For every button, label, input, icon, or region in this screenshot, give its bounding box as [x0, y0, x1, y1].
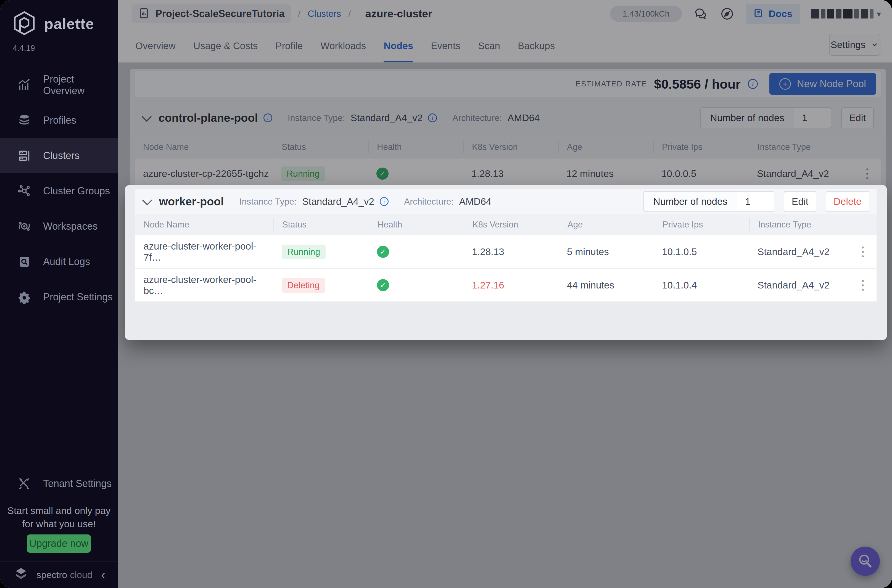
cell-instance-type: Standard_A4_v2 — [749, 246, 877, 257]
cell-private-ip: 10.1.0.5 — [654, 246, 749, 257]
pool-name: worker-pool — [159, 195, 224, 208]
sidebar-item-audit-logs[interactable]: Audit Logs — [0, 244, 118, 279]
health-check-icon: ✓ — [377, 246, 389, 258]
info-icon[interactable]: i — [380, 197, 389, 206]
col-node-name: Node Name — [135, 218, 273, 231]
sidebar-item-label: Project Settings — [43, 291, 113, 303]
upgrade-now-button[interactable]: Upgrade now — [27, 534, 91, 553]
chevron-down-icon[interactable] — [142, 195, 152, 206]
status-badge: Running — [282, 244, 326, 259]
cell-node-name: azure-cluster-worker-pool-bc… — [135, 274, 273, 296]
spectro-cloud-wordmark: spectrocloud — [36, 570, 93, 580]
collapse-sidebar-icon[interactable]: ‹ — [101, 568, 105, 581]
sidebar-item-project-settings[interactable]: Project Settings — [0, 279, 118, 315]
row-menu-icon[interactable] — [862, 280, 864, 291]
number-of-nodes-label: Number of nodes — [644, 192, 737, 212]
instance-type-label: Instance Type: — [239, 196, 297, 207]
cell-k8s-version: 1.27.16 — [464, 280, 559, 291]
table-row: azure-cluster-worker-pool-bc… Deleting ✓… — [135, 268, 877, 302]
number-of-nodes-input[interactable]: 1 — [737, 192, 774, 212]
worker-pool-table: Node Name Status Health K8s Version Age … — [135, 214, 877, 302]
orbit-icon — [17, 219, 32, 234]
sidebar-item-project-overview[interactable]: Project Overview — [0, 68, 118, 103]
sidebar-item-label: Workspaces — [43, 220, 98, 232]
gear-icon — [17, 290, 32, 304]
table-header-row: Node Name Status Health K8s Version Age … — [135, 214, 877, 235]
sidebar-item-label: Profiles — [43, 115, 76, 126]
app-version: 4.4.19 — [13, 44, 35, 53]
tools-icon — [17, 477, 32, 491]
col-instance-type: Instance Type — [749, 218, 877, 231]
app-window: palette 4.4.19 Project Overview Profiles — [0, 0, 892, 588]
sidebar-footer: spectrocloud ‹ — [0, 561, 118, 588]
sidebar-item-label: Clusters — [43, 150, 80, 162]
worker-pool-header: worker-pool Instance Type: Standard_A4_v… — [135, 189, 877, 214]
sidebar-item-clusters[interactable]: Clusters — [0, 138, 118, 173]
number-of-nodes-control: Number of nodes 1 — [643, 191, 774, 212]
layers-icon — [17, 113, 32, 128]
col-status: Status — [273, 218, 369, 231]
instance-type-value: Standard_A4_v2 — [302, 196, 374, 207]
cell-age: 5 minutes — [559, 246, 654, 257]
server-icon — [17, 148, 32, 163]
col-k8s-version: K8s Version — [464, 218, 559, 231]
col-health: Health — [369, 218, 464, 231]
tenant-settings-wrap: Tenant Settings — [0, 466, 118, 501]
sidebar: palette 4.4.19 Project Overview Profiles — [0, 0, 118, 588]
sidebar-item-cluster-groups[interactable]: Cluster Groups — [0, 173, 118, 209]
worker-pool-card: worker-pool Instance Type: Standard_A4_v… — [125, 185, 887, 340]
sidebar-menu: Project Overview Profiles Clusters Clust… — [0, 68, 118, 315]
sidebar-item-label: Audit Logs — [43, 256, 90, 267]
sidebar-item-workspaces[interactable]: Workspaces — [0, 209, 118, 244]
architecture-label: Architecture: — [404, 196, 454, 207]
palette-logo-icon — [12, 10, 37, 37]
row-menu-icon[interactable] — [862, 246, 864, 257]
palette-logo: palette — [12, 10, 94, 37]
audit-icon — [17, 255, 32, 269]
architecture-value: AMD64 — [459, 196, 491, 207]
sidebar-item-profiles[interactable]: Profiles — [0, 103, 118, 138]
table-row: azure-cluster-worker-pool-7f… Running ✓ … — [135, 235, 877, 268]
cell-k8s-version: 1.28.13 — [464, 246, 559, 257]
spectro-cloud-logo-icon — [13, 566, 29, 584]
delete-pool-button[interactable]: Delete — [826, 191, 869, 212]
main-area: Project-ScaleSecureTutoria / Clusters / … — [118, 0, 892, 588]
sidebar-item-label: Tenant Settings — [43, 478, 111, 489]
col-private-ips: Private Ips — [654, 218, 749, 231]
upgrade-promo-text: Start small and only pay for what you us… — [0, 504, 118, 531]
logo-wordmark: palette — [44, 15, 94, 32]
sidebar-item-label: Project Overview — [43, 74, 118, 97]
chart-icon — [17, 78, 32, 92]
sidebar-item-label: Cluster Groups — [43, 185, 110, 197]
col-age: Age — [559, 218, 654, 231]
health-check-icon: ✓ — [377, 279, 389, 291]
network-icon — [17, 184, 32, 198]
cell-node-name: azure-cluster-worker-pool-7f… — [135, 241, 273, 263]
cell-instance-type: Standard_A4_v2 — [749, 280, 877, 291]
edit-pool-button[interactable]: Edit — [784, 191, 816, 212]
cell-age: 44 minutes — [559, 280, 654, 291]
status-badge: Deleting — [282, 278, 325, 292]
sidebar-item-tenant-settings[interactable]: Tenant Settings — [0, 466, 118, 501]
cell-private-ip: 10.1.0.4 — [654, 280, 749, 291]
